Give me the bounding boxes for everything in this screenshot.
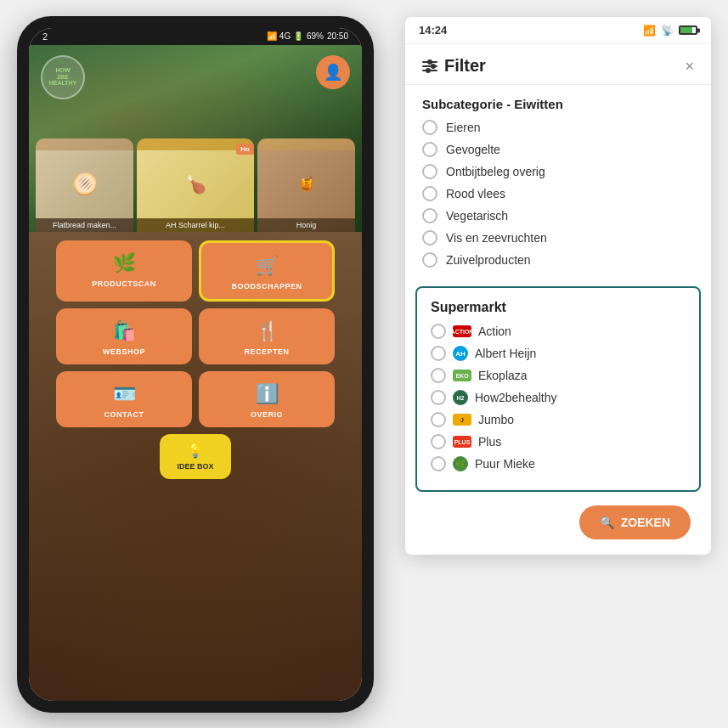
option-how2[interactable]: H2 How2behealthy <box>431 390 686 405</box>
badge-plus: PLUS <box>453 436 471 448</box>
label-ontbijtbeleg: Ontbijtbeleg overig <box>446 165 545 178</box>
honig-image: 🍯 <box>257 150 355 218</box>
option-ontbijtbeleg[interactable]: Ontbijtbeleg overig <box>422 164 694 179</box>
label-how2: How2behealthy <box>475 391 557 404</box>
radio-jumbo[interactable] <box>431 412 446 427</box>
label-puur: Puur Mieke <box>475 457 535 471</box>
webshop-button[interactable]: 🛍️ WEBSHOP <box>56 308 192 364</box>
option-ah[interactable]: AH Albert Heijn <box>431 346 686 361</box>
zoeken-label: ZOEKEN <box>621 516 670 529</box>
filter-sliders-icon <box>422 61 437 71</box>
flatbread-image: 🫓 <box>36 150 133 218</box>
supermarkt-inner: Supermarkt ACTION Action AH Albert Heijn… <box>417 288 699 490</box>
option-jumbo[interactable]: J Jumbo <box>431 412 686 427</box>
label-ah: Albert Heijn <box>475 347 536 360</box>
option-action[interactable]: ACTION Action <box>431 324 686 339</box>
badge-how2: H2 <box>453 390 468 405</box>
ideebox-button[interactable]: 💡 IDEE BOX <box>160 434 230 479</box>
status-sim: 2 <box>42 31 48 42</box>
recepten-icon: 🍴 <box>256 320 279 342</box>
option-plus[interactable]: PLUS Plus <box>431 434 686 449</box>
option-ekoplaza[interactable]: EKO Ekoplaza <box>431 368 686 383</box>
contact-button[interactable]: 🪪 CONTACT <box>56 371 192 427</box>
option-vegetarisch[interactable]: Vegetarisch <box>422 208 694 223</box>
subcategorie-section: Subcategorie - Eiwitten Eieren Gevogelte… <box>405 85 711 286</box>
option-puur[interactable]: 🌿 Puur Mieke <box>431 456 686 471</box>
radio-how2[interactable] <box>431 390 446 405</box>
productscan-button[interactable]: 🌿 PRODUCTSCAN <box>56 240 192 302</box>
profile-button[interactable]: 👤 <box>316 55 350 89</box>
option-vis[interactable]: Vis en zeevruchten <box>422 230 694 245</box>
phone-status-bar: 2 📶 4G 🔋 69% 20:50 <box>29 28 362 45</box>
radio-eieren[interactable] <box>422 120 437 135</box>
time-text: 20:50 <box>327 31 348 41</box>
hero-card-flatbread[interactable]: 🫓 Flatbread maken... <box>36 138 133 232</box>
hero-card-honig[interactable]: 🍯 Honig <box>257 138 355 232</box>
app-logo: HOW2BEHEALTHY <box>41 55 85 99</box>
option-gevogelte[interactable]: Gevogelte <box>422 142 694 157</box>
radio-vis[interactable] <box>422 230 437 245</box>
honig-label: Honig <box>257 218 355 232</box>
label-zuivel: Zuivelproducten <box>446 253 531 267</box>
productscan-label: PRODUCTSCAN <box>92 279 156 288</box>
search-icon: 🔍 <box>600 516 614 529</box>
filter-header: Filter × <box>405 44 711 85</box>
scharrel-label: AH Scharrel kip... <box>137 218 254 232</box>
hero-card-scharrel[interactable]: Ho 🍗 AH Scharrel kip... <box>137 138 254 232</box>
ideebox-label: IDEE BOX <box>177 462 213 471</box>
radio-plus[interactable] <box>431 434 446 449</box>
signal-icon: 📶 <box>643 25 656 37</box>
webshop-label: WEBSHOP <box>103 347 145 356</box>
filter-time: 14:24 <box>419 24 447 37</box>
radio-zuivel[interactable] <box>422 252 437 268</box>
wifi-icon: 📡 <box>661 25 674 37</box>
radio-ontbijtbeleg[interactable] <box>422 164 437 179</box>
subcategorie-title: Subcategorie - Eiwitten <box>422 97 694 111</box>
zoeken-button[interactable]: 🔍 ZOEKEN <box>579 505 691 539</box>
option-eieren[interactable]: Eieren <box>422 120 694 135</box>
label-plus: Plus <box>478 435 501 449</box>
hero-cards: 🫓 Flatbread maken... Ho 🍗 AH Scharrel ki… <box>29 138 362 232</box>
phone-screen: 2 📶 4G 🔋 69% 20:50 HOW2BEHEALTHY 👤 🫓 Fla… <box>29 28 362 701</box>
label-jumbo: Jumbo <box>478 413 514 426</box>
recepten-button[interactable]: 🍴 RECEPTEN <box>199 308 335 364</box>
hero-area: HOW2BEHEALTHY 👤 🫓 Flatbread maken... Ho … <box>29 45 362 232</box>
radio-roodvlees[interactable] <box>422 186 437 201</box>
filter-title: Filter <box>444 56 486 76</box>
radio-action[interactable] <box>431 324 446 339</box>
filter-title-row: Filter <box>422 56 486 76</box>
filter-panel: 14:24 📶 📡 Filter × Subcategorie - Eiwitt… <box>405 17 711 555</box>
label-roodvlees: Rood vlees <box>446 187 505 200</box>
slider-line-1 <box>422 61 437 63</box>
phone: 2 📶 4G 🔋 69% 20:50 HOW2BEHEALTHY 👤 🫓 Fla… <box>17 16 374 713</box>
boodschappen-icon: 🛒 <box>256 255 279 277</box>
supermarkt-box: Supermarkt ACTION Action AH Albert Heijn… <box>415 286 701 492</box>
option-roodvlees[interactable]: Rood vlees <box>422 186 694 201</box>
option-zuivel[interactable]: Zuivelproducten <box>422 252 694 268</box>
radio-vegetarisch[interactable] <box>422 208 437 223</box>
radio-puur[interactable] <box>431 456 446 471</box>
badge-action: ACTION <box>453 325 471 337</box>
label-eieren: Eieren <box>446 121 480 134</box>
radio-gevogelte[interactable] <box>422 142 437 157</box>
badge-ah: AH <box>453 346 468 361</box>
slider-line-3 <box>422 70 437 71</box>
label-ekoplaza: Ekoplaza <box>478 369 528 382</box>
status-right: 📶 4G 🔋 69% 20:50 <box>267 31 348 41</box>
battery-icon <box>679 25 697 35</box>
supermarkt-title: Supermarkt <box>431 300 686 315</box>
orange-tag: Ho <box>236 144 254 155</box>
grid-row-3: 🪪 CONTACT ℹ️ OVERIG <box>37 371 353 427</box>
grid-row-ideebox: 💡 IDEE BOX <box>37 434 353 479</box>
boodschappen-label: BOODSCHAPPEN <box>231 282 302 291</box>
boodschappen-button[interactable]: 🛒 BOODSCHAPPEN <box>199 240 335 302</box>
contact-icon: 🪪 <box>113 383 136 405</box>
filter-close-button[interactable]: × <box>685 59 694 74</box>
filter-status-icons: 📶 📡 <box>643 25 697 37</box>
radio-ekoplaza[interactable] <box>431 368 446 383</box>
overig-icon: ℹ️ <box>256 383 279 405</box>
radio-ah[interactable] <box>431 346 446 361</box>
overig-button[interactable]: ℹ️ OVERIG <box>199 371 335 427</box>
label-vis: Vis en zeevruchten <box>446 231 547 245</box>
label-vegetarisch: Vegetarisch <box>446 209 508 223</box>
